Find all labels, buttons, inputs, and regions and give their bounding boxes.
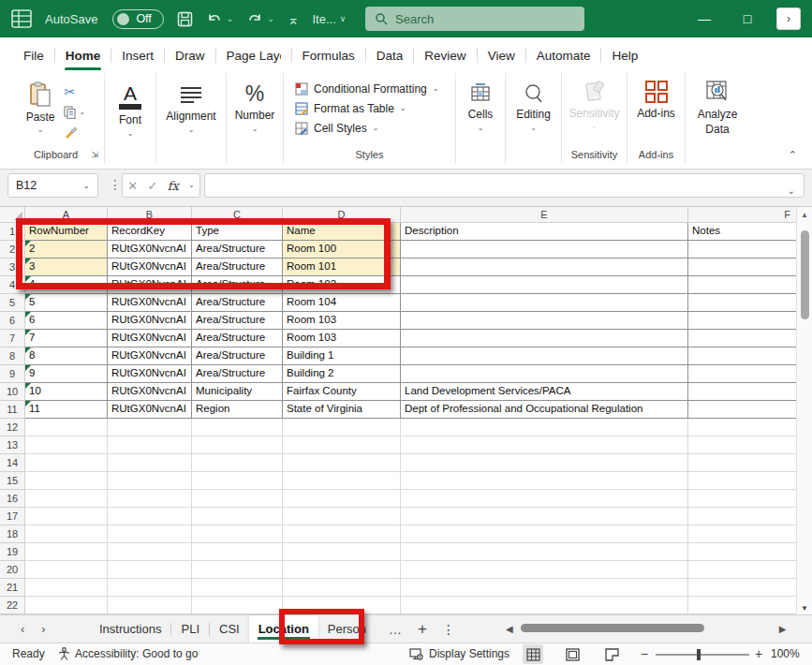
cell-D9[interactable]: Building 2 xyxy=(283,365,401,383)
cell-E6[interactable] xyxy=(401,312,688,330)
cell-E19[interactable] xyxy=(401,543,688,561)
cell-C6[interactable]: Area/Structure xyxy=(192,312,283,330)
cell-E14[interactable] xyxy=(401,454,688,472)
cell-A5[interactable]: 5 xyxy=(25,294,108,312)
cell-D4[interactable]: Room 102 xyxy=(283,276,401,294)
cell-E18[interactable] xyxy=(401,525,688,543)
row-header-14[interactable]: 14 xyxy=(0,454,25,472)
cell-F17[interactable] xyxy=(688,508,796,525)
cell-D5[interactable]: Room 104 xyxy=(283,294,401,312)
cell-E5[interactable] xyxy=(401,294,688,312)
row-header-6[interactable]: 6 xyxy=(0,312,25,330)
cell-C3[interactable]: Area/Structure xyxy=(192,259,283,276)
cell-D11[interactable]: State of Virginia xyxy=(283,401,401,419)
cell-F4[interactable] xyxy=(688,276,796,294)
ribbon-tab-formulas[interactable]: Formulas xyxy=(292,37,365,73)
scroll-right-icon[interactable]: ▶ xyxy=(779,624,787,634)
row-header-2[interactable]: 2 xyxy=(0,241,25,259)
cell-A13[interactable] xyxy=(25,436,108,454)
column-header-C[interactable]: C xyxy=(192,207,283,223)
page-break-preview-button[interactable] xyxy=(601,644,622,664)
cell-A15[interactable] xyxy=(25,472,108,490)
cell-B19[interactable] xyxy=(108,543,192,561)
cell-C20[interactable] xyxy=(192,561,283,579)
scroll-left-icon[interactable]: ◀ xyxy=(506,624,513,634)
ribbon-tab-page-layout[interactable]: Page Layout xyxy=(216,37,291,73)
cell-C8[interactable]: Area/Structure xyxy=(192,347,283,365)
expand-formula-bar-icon[interactable]: ⌄ xyxy=(788,185,795,196)
ribbon-tab-insert[interactable]: Insert xyxy=(111,37,164,73)
display-settings-button[interactable]: Display Settings xyxy=(409,647,509,660)
column-header-F[interactable]: F xyxy=(688,207,796,223)
column-header-E[interactable]: E xyxy=(401,207,688,223)
cell-F18[interactable] xyxy=(688,525,796,543)
cell-A6[interactable]: 6 xyxy=(25,312,108,330)
cell-D7[interactable]: Room 103 xyxy=(283,330,401,347)
row-header-17[interactable]: 17 xyxy=(0,508,25,525)
cell-D2[interactable]: Room 100 xyxy=(283,241,401,259)
cell-C19[interactable] xyxy=(192,543,283,561)
ribbon-tab-help[interactable]: Help xyxy=(601,37,648,73)
cells-group-button[interactable]: Cells ⌄ xyxy=(456,73,506,163)
cell-F11[interactable] xyxy=(688,401,796,419)
format-as-table-button[interactable]: Format as Table⌄ xyxy=(295,102,455,115)
cell-C5[interactable]: Area/Structure xyxy=(192,294,283,312)
cell-D18[interactable] xyxy=(283,525,401,543)
zoom-slider-thumb[interactable] xyxy=(697,649,701,660)
new-sheet-button[interactable]: + xyxy=(418,620,427,639)
cell-D1[interactable]: Name xyxy=(283,223,401,241)
zoom-slider[interactable] xyxy=(656,654,749,656)
row-header-21[interactable]: 21 xyxy=(0,579,25,597)
cell-A7[interactable]: 7 xyxy=(25,330,108,347)
more-sheets-button[interactable]: … xyxy=(389,622,403,637)
ribbon-tab-review[interactable]: Review xyxy=(414,37,476,73)
vertical-scrollbar[interactable]: ▲ ▼ xyxy=(796,207,812,614)
cell-F2[interactable] xyxy=(688,241,796,259)
cell-A1[interactable]: RowNumber xyxy=(25,223,108,241)
autosave-toggle[interactable]: Off xyxy=(112,9,163,29)
cell-F5[interactable] xyxy=(688,294,796,312)
formula-input[interactable]: ⌄ xyxy=(204,173,805,198)
row-header-10[interactable]: 10 xyxy=(0,383,25,401)
select-all-corner[interactable] xyxy=(0,207,25,223)
cell-F9[interactable] xyxy=(688,365,796,383)
cell-B5[interactable]: RUtGX0NvcnAI xyxy=(108,294,192,312)
cell-A16[interactable] xyxy=(25,490,108,508)
normal-view-button[interactable] xyxy=(523,644,543,664)
vertical-scroll-thumb[interactable] xyxy=(801,230,809,319)
cell-A14[interactable] xyxy=(25,454,108,472)
cell-B17[interactable] xyxy=(108,508,192,525)
cell-A18[interactable] xyxy=(25,525,108,543)
cell-A20[interactable] xyxy=(25,561,108,579)
cell-B6[interactable]: RUtGX0NvcnAI xyxy=(108,312,192,330)
cut-button[interactable]: ✂ xyxy=(64,84,75,99)
cell-B9[interactable]: RUtGX0NvcnAI xyxy=(108,365,192,383)
row-header-7[interactable]: 7 xyxy=(0,330,25,347)
ribbon-tab-data[interactable]: Data xyxy=(366,37,414,73)
cell-A17[interactable] xyxy=(25,508,108,525)
cell-A9[interactable]: 9 xyxy=(25,365,108,383)
cell-F14[interactable] xyxy=(688,454,796,472)
ribbon-tab-automate[interactable]: Automate xyxy=(526,37,601,73)
zoom-in-button[interactable]: + xyxy=(755,646,762,661)
sheet-tab-instructions[interactable]: Instructions xyxy=(90,615,170,643)
cell-C4[interactable]: Area/Structure xyxy=(192,276,283,294)
cell-E15[interactable] xyxy=(401,472,688,490)
cell-B20[interactable] xyxy=(108,561,192,579)
name-box[interactable]: B12 ⌄ xyxy=(7,173,98,198)
cell-E10[interactable]: Land Development Services/PACA xyxy=(401,383,688,401)
scroll-up-icon[interactable]: ▲ xyxy=(801,211,808,219)
cell-F3[interactable] xyxy=(688,259,796,276)
accessibility-status[interactable]: Accessibility: Good to go xyxy=(58,647,198,660)
cell-A4[interactable]: 4 xyxy=(25,276,108,294)
cell-A19[interactable] xyxy=(25,543,108,561)
cell-C17[interactable] xyxy=(192,508,283,525)
cell-A11[interactable]: 11 xyxy=(25,401,108,419)
cell-C9[interactable]: Area/Structure xyxy=(192,365,283,383)
cell-C10[interactable]: Municipality xyxy=(192,383,283,401)
cell-F1[interactable]: Notes xyxy=(688,223,796,241)
number-group-button[interactable]: % Number ⌄ xyxy=(227,73,284,163)
cell-B22[interactable] xyxy=(108,597,192,614)
cell-F19[interactable] xyxy=(688,543,796,561)
sheet-tab-pli[interactable]: PLI xyxy=(171,615,209,643)
